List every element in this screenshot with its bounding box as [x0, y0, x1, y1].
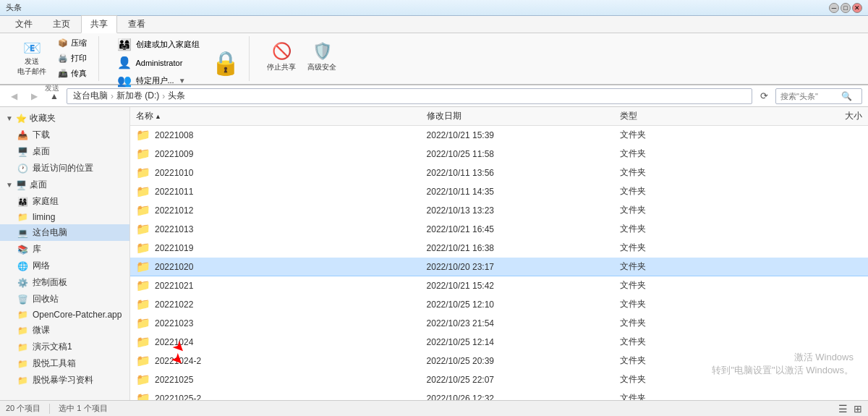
- folder-icon: 📁: [136, 297, 150, 311]
- title-bar-text: 头条: [6, 2, 829, 13]
- search-input[interactable]: [780, 92, 838, 101]
- file-type: 文件夹: [620, 279, 765, 292]
- sidebar-item-liming[interactable]: 📁 liming: [0, 210, 129, 224]
- col-type-header[interactable]: 类型: [620, 110, 765, 122]
- control-panel-icon: ⚙️: [17, 278, 28, 288]
- liming-icon: 📁: [17, 212, 28, 222]
- search-icon: 🔍: [841, 91, 852, 101]
- admin-label: Administrator: [136, 59, 183, 67]
- view-list-button[interactable]: ☰: [838, 403, 848, 415]
- tab-share[interactable]: 共享: [81, 15, 117, 33]
- path-part-2: 新加卷 (D:): [116, 90, 159, 102]
- file-type: 文件夹: [620, 355, 765, 367]
- specific-user-button[interactable]: 👥 特定用户... ▼: [114, 72, 189, 89]
- sidebar-item-recent[interactable]: 🕐 最近访问的位置: [0, 160, 129, 177]
- recent-label: 最近访问的位置: [33, 162, 93, 174]
- minimize-button[interactable]: ─: [829, 3, 839, 13]
- folder-icon: 📁: [136, 166, 150, 179]
- desktop-section-label: 桌面: [30, 179, 47, 191]
- col-size-header[interactable]: 大小: [765, 110, 862, 122]
- file-row[interactable]: 📁 20221025-2 2022/10/26 12:32 文件夹: [130, 389, 868, 400]
- sidebar-item-this-pc[interactable]: 💻 这台电脑: [0, 224, 129, 241]
- this-pc-label: 这台电脑: [33, 226, 67, 239]
- file-row[interactable]: 📁 20221010 2022/10/11 13:56 文件夹: [130, 164, 868, 182]
- admin-button[interactable]: 👤 Administrator: [114, 54, 186, 71]
- status-bar: 20 个项目 选中 1 个项目 ☰ ⊞: [0, 400, 868, 416]
- file-row[interactable]: 📁 20221022 2022/10/25 12:10 文件夹: [130, 295, 868, 314]
- folder-icon: 📁: [136, 316, 150, 330]
- file-row[interactable]: 📁 20221024 2022/10/25 12:14 文件夹: [130, 333, 868, 352]
- sidebar-item-guyue-tools[interactable]: 📁 股悦工具箱: [0, 355, 129, 372]
- address-path[interactable]: 这台电脑 › 新加卷 (D:) › 头条: [67, 88, 752, 104]
- sidebar-section-favorites[interactable]: ▼ ⭐ 收藏夹: [0, 110, 129, 127]
- ribbon-security-section: 🚫 停止共享 🛡️ 高级安全: [255, 36, 348, 81]
- file-date: 2022/10/13 13:23: [427, 205, 621, 216]
- file-name: 📁 20221012: [136, 203, 427, 217]
- close-button[interactable]: ✕: [852, 3, 862, 13]
- path-part-3: 头条: [168, 90, 185, 102]
- sidebar: ▼ ⭐ 收藏夹 📥 下载 🖥️ 桌面 🕐 最近访问的位置 ▼ 🖥️ 桌面 👨‍👩…: [0, 107, 130, 400]
- ribbon-compress-group: 📦 压缩 🖨️ 打印 📠 传真: [54, 36, 91, 80]
- file-date: 2022/10/21 15:42: [427, 281, 621, 291]
- stop-share-label: 停止共享: [267, 62, 296, 72]
- sidebar-item-control-panel[interactable]: ⚙️ 控制面板: [0, 274, 129, 291]
- sidebar-item-desktop-fav[interactable]: 🖥️ 桌面: [0, 143, 129, 160]
- send-email-button[interactable]: 📧 发送电子邮件: [13, 38, 51, 79]
- file-row[interactable]: 📁 20221009 2022/10/25 11:58 文件夹: [130, 145, 868, 164]
- file-row[interactable]: 📁 20221011 2022/10/11 14:35 文件夹: [130, 182, 868, 201]
- create-family-button[interactable]: 👨‍👩‍👧 创建或加入家庭组: [114, 36, 203, 53]
- advanced-security-button[interactable]: 🛡️ 高级安全: [303, 40, 341, 75]
- col-date-header[interactable]: 修改日期: [427, 110, 621, 122]
- file-row[interactable]: 📁 20221008 2022/10/21 15:39 文件夹: [130, 126, 868, 145]
- fax-button[interactable]: 📠 传真: [54, 67, 91, 80]
- sidebar-item-presentation[interactable]: 📁 演示文稿1: [0, 339, 129, 355]
- specific-user-label: 特定用户...: [136, 75, 174, 86]
- col-name-header[interactable]: 名称▲: [136, 110, 427, 122]
- tab-view[interactable]: 查看: [119, 15, 155, 33]
- ribbon: 📧 发送电子邮件 📦 压缩 🖨️ 打印 📠 传真 发送: [0, 33, 868, 85]
- view-grid-button[interactable]: ⊞: [854, 403, 862, 415]
- sidebar-item-opencore[interactable]: 📁 OpenCore-Patcher.app: [0, 307, 129, 322]
- file-row[interactable]: 📁 20221021 2022/10/21 15:42 文件夹: [130, 276, 868, 295]
- up-button[interactable]: ▲: [46, 88, 62, 104]
- forward-button[interactable]: ▶: [26, 88, 42, 104]
- back-button[interactable]: ◀: [6, 88, 22, 104]
- file-row[interactable]: 📁 20221024-2 2022/10/25 20:39 文件夹: [130, 352, 868, 370]
- file-list: 名称▲ 修改日期 类型 大小 📁 20221008 2022/10/21 15:…: [130, 107, 868, 400]
- file-row[interactable]: 📁 20221023 2022/10/23 21:54 文件夹: [130, 314, 868, 333]
- refresh-button[interactable]: ⟳: [757, 89, 771, 103]
- advanced-security-label: 高级安全: [307, 62, 336, 72]
- folder-icon: 📁: [136, 354, 150, 368]
- file-date: 2022/10/11 13:56: [427, 168, 621, 178]
- file-type: 文件夹: [620, 223, 765, 235]
- file-row[interactable]: 📁 20221020 2022/10/20 23:17 文件夹: [130, 258, 868, 276]
- stop-share-button[interactable]: 🚫 停止共享: [263, 40, 300, 75]
- specific-user-icon: 👥: [117, 74, 132, 88]
- sidebar-item-recycle[interactable]: 🗑️ 回收站: [0, 291, 129, 307]
- file-row[interactable]: 📁 20221012 2022/10/13 13:23 文件夹: [130, 201, 868, 220]
- file-type: 文件夹: [620, 166, 765, 179]
- print-button[interactable]: 🖨️ 打印: [54, 51, 91, 65]
- network-label: 网络: [33, 260, 50, 272]
- tab-file[interactable]: 文件: [6, 15, 42, 33]
- sidebar-item-library[interactable]: 📚 库: [0, 241, 129, 258]
- maximize-button[interactable]: □: [841, 3, 851, 13]
- tab-home[interactable]: 主页: [43, 15, 80, 33]
- path-sep-1: ›: [111, 91, 114, 101]
- download-icon: 📥: [17, 130, 28, 140]
- file-name: 📁 20221019: [136, 241, 427, 255]
- folder-icon: 📁: [136, 373, 150, 386]
- sidebar-item-guyue-study[interactable]: 📁 股悦暴学习资料: [0, 372, 129, 389]
- file-row[interactable]: 📁 20221019 2022/10/21 16:38 文件夹: [130, 239, 868, 258]
- sidebar-item-network[interactable]: 🌐 网络: [0, 258, 129, 274]
- search-box[interactable]: 🔍: [775, 88, 862, 104]
- sidebar-item-family[interactable]: 👨‍👩‍👧 家庭组: [0, 193, 129, 210]
- sidebar-item-weike[interactable]: 📁 微课: [0, 322, 129, 339]
- file-row[interactable]: 📁 20221013 2022/10/21 16:45 文件夹: [130, 220, 868, 239]
- folder-icon: 📁: [136, 203, 150, 217]
- compress-button[interactable]: 📦 压缩: [54, 36, 91, 50]
- sidebar-section-desktop[interactable]: ▼ 🖥️ 桌面: [0, 177, 129, 193]
- email-icon: 📧: [23, 41, 41, 55]
- sidebar-item-download[interactable]: 📥 下载: [0, 127, 129, 143]
- file-row[interactable]: 📁 20221025 2022/10/25 22:07 文件夹: [130, 370, 868, 389]
